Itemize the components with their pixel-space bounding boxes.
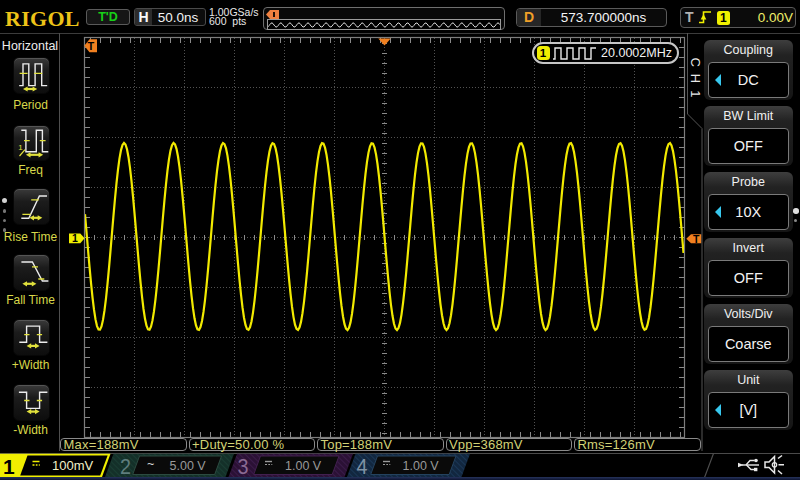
svg-text:1.00 V: 1.00 V <box>285 459 322 473</box>
svg-text:4: 4 <box>357 454 368 479</box>
svg-text:1: 1 <box>18 143 23 152</box>
svg-text:5.00 V: 5.00 V <box>170 459 207 473</box>
svg-text:1: 1 <box>72 232 78 244</box>
svg-text:1: 1 <box>3 455 15 478</box>
svg-text:T: T <box>87 40 94 52</box>
svg-text:100mV: 100mV <box>52 458 94 473</box>
svg-text:~: ~ <box>147 457 154 471</box>
svg-text:2: 2 <box>120 454 131 479</box>
svg-text:3: 3 <box>238 454 249 479</box>
svg-text:1.00 V: 1.00 V <box>403 459 440 473</box>
